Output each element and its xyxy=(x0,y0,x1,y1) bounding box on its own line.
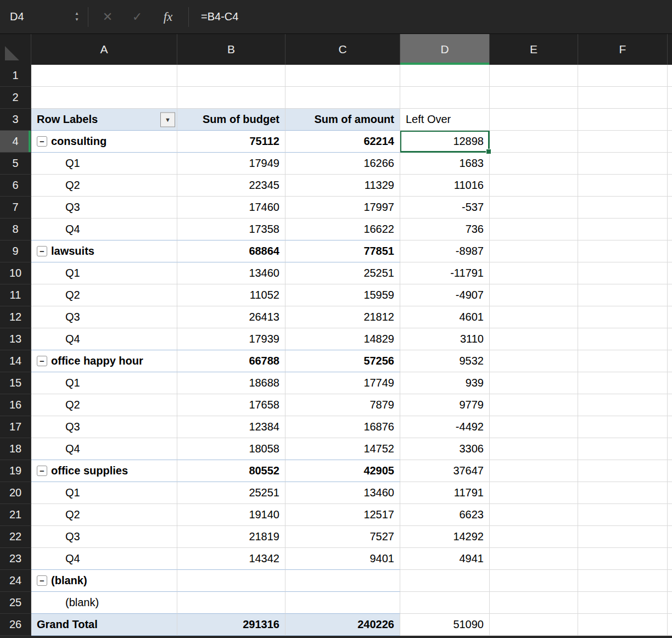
cell-B24[interactable] xyxy=(177,570,285,592)
cell-D13[interactable]: 3110 xyxy=(400,328,490,350)
cell-B14[interactable]: 66788 xyxy=(177,350,285,372)
cell-D12[interactable]: 4601 xyxy=(400,306,490,328)
cell-F22[interactable] xyxy=(578,526,668,548)
cell-E11[interactable] xyxy=(490,284,578,306)
cell-B15[interactable]: 18688 xyxy=(177,372,285,394)
cell-A4[interactable]: −consulting xyxy=(31,131,177,153)
cell-A17[interactable]: Q3 xyxy=(31,416,177,438)
cell-D22[interactable]: 14292 xyxy=(400,526,490,548)
cell-E1[interactable] xyxy=(490,65,578,87)
cell-E26[interactable] xyxy=(490,614,578,636)
name-box-stepper[interactable]: ▲ ▼ xyxy=(70,12,83,22)
column-header-B[interactable]: B xyxy=(177,34,285,65)
row-header-10[interactable]: 10 xyxy=(0,262,31,284)
row-header-14[interactable]: 14 xyxy=(0,350,31,372)
cell-C26[interactable]: 240226 xyxy=(285,614,400,636)
cell-E7[interactable] xyxy=(490,197,578,219)
cell-C15[interactable]: 17749 xyxy=(285,372,400,394)
cell-A13[interactable]: Q4 xyxy=(31,328,177,350)
cell-C8[interactable]: 16622 xyxy=(285,219,400,240)
row-header-16[interactable]: 16 xyxy=(0,394,31,416)
cell-C6[interactable]: 11329 xyxy=(285,175,400,197)
cell-A25[interactable]: (blank) xyxy=(31,592,177,614)
cell-A6[interactable]: Q2 xyxy=(31,175,177,197)
collapse-icon[interactable]: − xyxy=(37,356,47,366)
cell-B8[interactable]: 17358 xyxy=(177,219,285,240)
cell-D26[interactable]: 51090 xyxy=(400,614,490,636)
cell-B1[interactable] xyxy=(177,65,285,87)
cell-F19[interactable] xyxy=(578,460,668,482)
column-header-F[interactable]: F xyxy=(578,34,668,65)
cell-D24[interactable] xyxy=(400,570,490,592)
cell-A11[interactable]: Q2 xyxy=(31,284,177,306)
cell-B6[interactable]: 22345 xyxy=(177,175,285,197)
cell-D25[interactable] xyxy=(400,592,490,614)
filter-button[interactable]: ▼ xyxy=(160,112,175,127)
cell-D4[interactable]: 12898 xyxy=(400,131,490,153)
cell-E22[interactable] xyxy=(490,526,578,548)
cell-B26[interactable]: 291316 xyxy=(177,614,285,636)
column-header-C[interactable]: C xyxy=(285,34,400,65)
cell-F13[interactable] xyxy=(578,328,668,350)
cell-E20[interactable] xyxy=(490,482,578,504)
cell-E13[interactable] xyxy=(490,328,578,350)
cell-E5[interactable] xyxy=(490,153,578,175)
cell-B7[interactable]: 17460 xyxy=(177,197,285,219)
cell-A23[interactable]: Q4 xyxy=(31,548,177,570)
cell-B4[interactable]: 75112 xyxy=(177,131,285,153)
row-header-24[interactable]: 24 xyxy=(0,570,31,592)
cell-F23[interactable] xyxy=(578,548,668,570)
cell-B9[interactable]: 68864 xyxy=(177,240,285,262)
cell-F18[interactable] xyxy=(578,438,668,460)
cell-C22[interactable]: 7527 xyxy=(285,526,400,548)
name-box[interactable]: D4 xyxy=(0,10,70,23)
cell-A20[interactable]: Q1 xyxy=(31,482,177,504)
cell-C3[interactable]: Sum of amount xyxy=(285,109,400,131)
cell-D18[interactable]: 3306 xyxy=(400,438,490,460)
cell-F14[interactable] xyxy=(578,350,668,372)
cell-A19[interactable]: −office supplies xyxy=(31,460,177,482)
cell-C12[interactable]: 21812 xyxy=(285,306,400,328)
cell-F15[interactable] xyxy=(578,372,668,394)
cell-E8[interactable] xyxy=(490,219,578,240)
cell-B10[interactable]: 13460 xyxy=(177,262,285,284)
cell-D15[interactable]: 939 xyxy=(400,372,490,394)
cell-A15[interactable]: Q1 xyxy=(31,372,177,394)
formula-input[interactable]: =B4-C4 xyxy=(201,10,238,23)
cell-C21[interactable]: 12517 xyxy=(285,504,400,526)
cell-A16[interactable]: Q2 xyxy=(31,394,177,416)
cell-A9[interactable]: −lawsuits xyxy=(31,240,177,262)
cell-D16[interactable]: 9779 xyxy=(400,394,490,416)
cell-B13[interactable]: 17939 xyxy=(177,328,285,350)
cell-A2[interactable] xyxy=(31,87,177,109)
cell-B3[interactable]: Sum of budget xyxy=(177,109,285,131)
cell-D3[interactable]: Left Over xyxy=(400,109,490,131)
cell-C9[interactable]: 77851 xyxy=(285,240,400,262)
cell-E24[interactable] xyxy=(490,570,578,592)
cell-B16[interactable]: 17658 xyxy=(177,394,285,416)
cell-E25[interactable] xyxy=(490,592,578,614)
cell-D6[interactable]: 11016 xyxy=(400,175,490,197)
stepper-down-icon[interactable]: ▼ xyxy=(75,18,79,22)
cell-F17[interactable] xyxy=(578,416,668,438)
cell-F26[interactable] xyxy=(578,614,668,636)
collapse-icon[interactable]: − xyxy=(37,466,47,476)
cell-A21[interactable]: Q2 xyxy=(31,504,177,526)
cell-F9[interactable] xyxy=(578,240,668,262)
cell-D17[interactable]: -4492 xyxy=(400,416,490,438)
row-header-22[interactable]: 22 xyxy=(0,526,31,548)
cell-F7[interactable] xyxy=(578,197,668,219)
cell-B11[interactable]: 11052 xyxy=(177,284,285,306)
row-header-19[interactable]: 19 xyxy=(0,460,31,482)
collapse-icon[interactable]: − xyxy=(37,136,47,147)
cell-C24[interactable] xyxy=(285,570,400,592)
cell-C18[interactable]: 14752 xyxy=(285,438,400,460)
cell-C4[interactable]: 62214 xyxy=(285,131,400,153)
cell-D14[interactable]: 9532 xyxy=(400,350,490,372)
cell-D1[interactable] xyxy=(400,65,490,87)
cell-C1[interactable] xyxy=(285,65,400,87)
row-header-5[interactable]: 5 xyxy=(0,153,31,175)
row-header-7[interactable]: 7 xyxy=(0,197,31,219)
cell-E19[interactable] xyxy=(490,460,578,482)
cell-A12[interactable]: Q3 xyxy=(31,306,177,328)
